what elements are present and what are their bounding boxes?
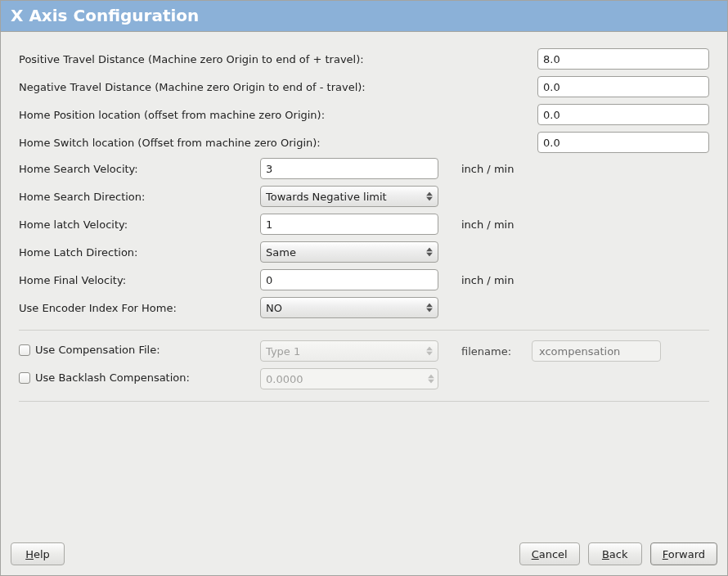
back-button-rest: ack (609, 548, 628, 560)
positive-travel-label: Positive Travel Distance (Machine zero O… (19, 53, 364, 65)
home-search-velocity-row: Home Search Velocity: inch / min (19, 156, 709, 181)
separator (19, 401, 709, 402)
compensation-group: Use Compensation File: Type 1 filename: (19, 339, 709, 391)
home-search-direction-label: Home Search Direction: (19, 191, 260, 203)
use-compensation-file-row: Use Compensation File: Type 1 filename: (19, 339, 709, 363)
back-button[interactable]: Back (588, 542, 642, 565)
home-latch-direction-select[interactable]: Same (260, 241, 438, 263)
help-button-rest: elp (34, 548, 50, 560)
use-encoder-index-select[interactable]: NO (260, 297, 438, 318)
negative-travel-row: Negative Travel Distance (Machine zero O… (19, 74, 709, 99)
backlash-value: 0.0000 (266, 373, 303, 385)
home-final-velocity-input[interactable] (260, 269, 438, 290)
svg-marker-1 (426, 197, 433, 201)
use-compensation-file-label: Use Compensation File: (35, 344, 160, 356)
axis-travel-group: Positive Travel Distance (Machine zero O… (19, 47, 709, 155)
svg-marker-9 (428, 380, 434, 384)
dialog-content: Positive Travel Distance (Machine zero O… (1, 32, 727, 575)
spinner-icon (428, 375, 434, 384)
use-encoder-index-label: Use Encoder Index For Home: (19, 302, 260, 314)
use-backlash-row: Use Backlash Compensation: 0.0000 (19, 367, 709, 391)
svg-marker-6 (426, 347, 433, 351)
home-switch-input[interactable] (537, 132, 709, 153)
home-latch-direction-label: Home Latch Direction: (19, 246, 260, 259)
negative-travel-input[interactable] (537, 76, 709, 97)
checkbox-box-icon (19, 372, 30, 384)
svg-marker-8 (428, 375, 434, 379)
svg-marker-2 (426, 248, 433, 252)
use-compensation-file-checkbox[interactable]: Use Compensation File: (19, 344, 160, 356)
home-final-velocity-label: Home Final Velocity: (19, 274, 260, 286)
home-latch-velocity-label: Home latch Velocity: (19, 218, 260, 231)
backlash-spinbox: 0.0000 (260, 368, 438, 389)
home-position-row: Home Position location (offset from mach… (19, 102, 709, 127)
svg-marker-5 (426, 308, 433, 313)
home-position-label: Home Position location (offset from mach… (19, 109, 325, 121)
home-search-velocity-input[interactable] (260, 158, 438, 179)
dialog-footer: Help Cancel Back Forward (1, 534, 727, 575)
forward-button-rest: orward (668, 548, 705, 560)
help-button[interactable]: Help (11, 542, 65, 565)
forward-button[interactable]: Forward (650, 542, 717, 565)
compensation-type-select: Type 1 (260, 340, 438, 362)
home-switch-label: Home Switch location (Offset from machin… (19, 137, 321, 149)
dialog-window: X Axis Configuration Positive Travel Dis… (0, 0, 728, 576)
negative-travel-label: Negative Travel Distance (Machine zero O… (19, 81, 366, 93)
use-backlash-label: Use Backlash Compensation: (35, 371, 190, 384)
cancel-button[interactable]: Cancel (519, 542, 580, 565)
checkbox-box-icon (19, 344, 30, 356)
home-switch-row: Home Switch location (Offset from machin… (19, 130, 709, 155)
svg-marker-7 (426, 352, 433, 356)
home-final-velocity-unit: inch / min (461, 274, 514, 286)
home-search-direction-row: Home Search Direction: Towards Negative … (19, 184, 709, 209)
spinner-icon (426, 347, 433, 356)
home-position-input[interactable] (537, 104, 709, 125)
filename-input (532, 340, 661, 362)
use-encoder-index-value: NO (266, 302, 282, 314)
home-final-velocity-row: Home Final Velocity: inch / min (19, 268, 709, 292)
use-backlash-checkbox[interactable]: Use Backlash Compensation: (19, 371, 190, 384)
home-latch-velocity-row: Home latch Velocity: inch / min (19, 212, 709, 236)
home-search-direction-value: Towards Negative limit (266, 191, 387, 203)
spinner-icon (426, 304, 433, 313)
svg-marker-0 (426, 192, 433, 196)
home-search-velocity-unit: inch / min (461, 163, 514, 175)
spinner-icon (426, 248, 433, 257)
dialog-title: X Axis Configuration (11, 6, 199, 25)
positive-travel-row: Positive Travel Distance (Machine zero O… (19, 47, 709, 71)
spinner-icon (426, 192, 433, 201)
title-bar: X Axis Configuration (1, 1, 727, 32)
home-config-group: Home Search Velocity: inch / min Home Se… (19, 156, 709, 320)
positive-travel-input[interactable] (537, 48, 709, 70)
home-search-velocity-label: Home Search Velocity: (19, 163, 260, 175)
separator (19, 330, 709, 331)
filename-label: filename: (461, 345, 532, 358)
svg-marker-4 (426, 304, 433, 308)
use-encoder-index-row: Use Encoder Index For Home: NO (19, 295, 709, 320)
compensation-type-value: Type 1 (266, 345, 300, 358)
home-latch-velocity-unit: inch / min (461, 218, 514, 231)
home-latch-direction-row: Home Latch Direction: Same (19, 240, 709, 264)
home-latch-direction-value: Same (266, 246, 296, 259)
cancel-button-rest: ancel (539, 548, 568, 560)
svg-marker-3 (426, 253, 433, 257)
home-latch-velocity-input[interactable] (260, 214, 438, 235)
home-search-direction-select[interactable]: Towards Negative limit (260, 186, 438, 207)
